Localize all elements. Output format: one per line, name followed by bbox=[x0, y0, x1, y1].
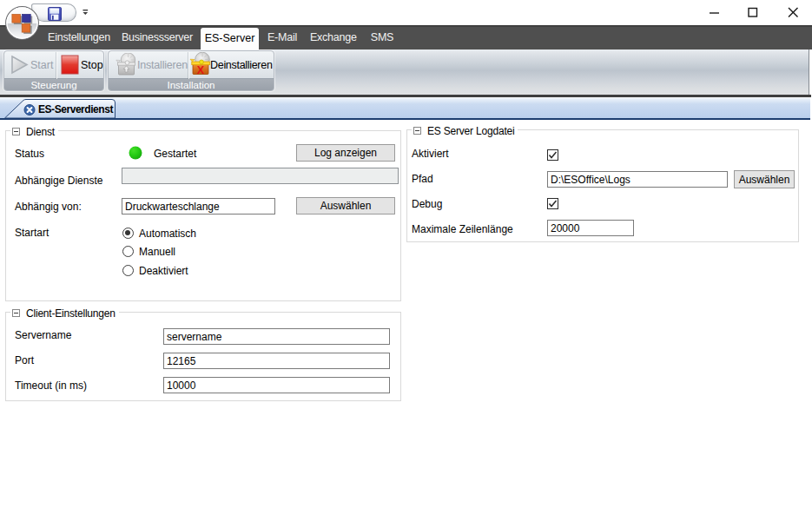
svg-text:X: X bbox=[197, 64, 205, 76]
